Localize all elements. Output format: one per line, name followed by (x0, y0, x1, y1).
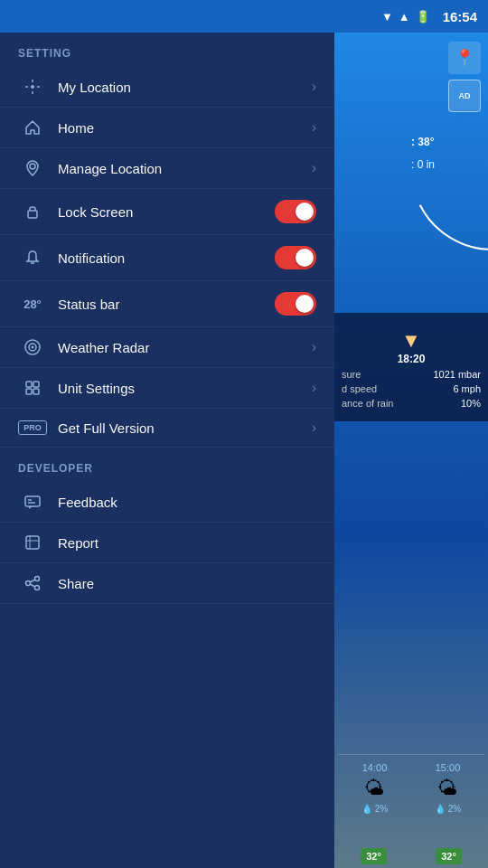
svg-rect-21 (26, 536, 39, 549)
notification-toggle-thumb (296, 249, 314, 267)
svg-line-27 (30, 584, 35, 587)
lock-screen-label: Lock Screen (58, 204, 275, 220)
lock-screen-toggle[interactable] (275, 200, 316, 223)
notification-label: Notification (58, 250, 275, 266)
svg-line-26 (30, 580, 35, 582)
menu-item-manage-location[interactable]: Manage Location › (0, 148, 334, 189)
lock-screen-toggle-thumb (296, 203, 314, 221)
report-label: Report (58, 535, 316, 551)
weather-stats: ▼ 18:20 sure 1021 mbar d speed 6 mph anc… (334, 313, 488, 421)
menu-item-report[interactable]: Report (0, 523, 334, 563)
menu-item-my-location[interactable]: My Location › (0, 67, 334, 108)
battery-icon: 🔋 (416, 10, 430, 24)
status-bar-toggle[interactable] (275, 292, 316, 316)
forecast-15-rain: 💧 2% (435, 804, 461, 814)
forecast-15-icon: 🌤 (437, 777, 457, 800)
status-bar: ▼ ▲ 🔋 16:54 (0, 0, 488, 33)
manage-location-arrow: › (312, 160, 316, 176)
report-icon (18, 533, 47, 552)
wind-value: 6 mph (453, 383, 481, 394)
svg-point-3 (31, 85, 34, 89)
weather-radar-arrow: › (312, 339, 316, 355)
home-arrow: › (312, 119, 316, 136)
share-label: Share (58, 576, 316, 591)
forecast-14-rain: 💧 2% (361, 804, 388, 814)
notification-toggle[interactable] (275, 246, 316, 269)
pressure-value: 1021 mbar (433, 369, 481, 380)
pressure-stat: sure 1021 mbar (342, 369, 481, 380)
unit-settings-arrow: › (312, 380, 316, 396)
svg-rect-9 (28, 211, 37, 218)
status-time: 16:54 (443, 9, 477, 24)
sunset-time: 18:20 (398, 353, 426, 365)
my-location-arrow: › (312, 79, 316, 95)
get-full-version-arrow: › (312, 420, 316, 436)
menu-item-lock-screen[interactable]: Lock Screen (0, 189, 334, 235)
weather-panel: 📍 AD : 38° : 0 in ▼ 18:20 sure 1021 mbar… (334, 33, 488, 868)
menu-item-weather-radar[interactable]: Weather Radar › (0, 327, 334, 368)
weather-radar-label: Weather Radar (58, 340, 312, 355)
share-icon (18, 574, 47, 592)
menu-item-notification[interactable]: Notification (0, 235, 334, 281)
svg-text:: 38°: : 38° (411, 136, 435, 148)
status-bar-label: Status bar (58, 297, 275, 312)
home-label: Home (58, 120, 312, 136)
wifi-icon: ▼ (381, 10, 393, 24)
unit-settings-icon (18, 379, 47, 397)
unit-settings-label: Unit Settings (58, 381, 312, 396)
lock-screen-icon (18, 203, 47, 221)
svg-point-23 (35, 577, 40, 581)
sunset-info: ▼ 18:20 (342, 329, 481, 365)
menu-item-status-bar[interactable]: 28° Status bar (0, 281, 334, 327)
forecast-14: 14:00 🌤 💧 2% (361, 762, 388, 814)
menu-item-share[interactable]: Share (0, 563, 334, 604)
svg-rect-15 (33, 382, 39, 387)
get-full-version-label: Get Full Version (58, 420, 312, 436)
status-icons: ▼ ▲ 🔋 16:54 (381, 9, 477, 24)
get-full-version-icon: PRO (18, 420, 47, 435)
status-bar-toggle-thumb (296, 295, 314, 313)
notification-icon (18, 249, 47, 267)
weather-radar-icon (18, 338, 47, 356)
my-location-label: My Location (58, 80, 312, 95)
home-icon (18, 118, 47, 137)
forecast-14-time: 14:00 (362, 762, 388, 773)
forecast-15: 15:00 🌤 💧 2% (435, 762, 461, 814)
wind-stat: d speed 6 mph (342, 383, 481, 394)
svg-rect-14 (26, 382, 32, 387)
forecast-14-icon: 🌤 (364, 777, 384, 800)
menu-item-unit-settings[interactable]: Unit Settings › (0, 368, 334, 409)
temp-badges: 32° 32° (334, 844, 488, 868)
feedback-label: Feedback (58, 495, 316, 510)
rain-stat: ance of rain 10% (342, 398, 481, 409)
signal-icon: ▲ (399, 10, 410, 24)
menu-item-home[interactable]: Home › (0, 108, 334, 148)
settings-drawer: SETTING My Location › Home › Manage Loca… (0, 33, 334, 868)
svg-text:: 0 in: : 0 in (411, 158, 435, 171)
svg-rect-17 (33, 389, 39, 394)
pressure-label: sure (342, 369, 361, 380)
forecast-15-time: 15:00 (436, 762, 461, 773)
menu-item-feedback[interactable]: Feedback (0, 482, 334, 523)
menu-item-get-full-version[interactable]: PRO Get Full Version › (0, 409, 334, 448)
svg-point-25 (35, 586, 40, 590)
svg-point-24 (26, 581, 31, 586)
rain-value: 10% (461, 398, 481, 409)
location-icon: 📍 (455, 48, 474, 68)
svg-rect-18 (25, 496, 40, 506)
status-bar-item-icon: 28° (18, 297, 47, 311)
wind-label: d speed (342, 383, 377, 394)
feedback-icon (18, 493, 47, 511)
temp-badge-2: 32° (436, 848, 462, 864)
developer-header: DEVELOPER (0, 448, 334, 482)
weather-arc: : 38° : 0 in (393, 69, 488, 268)
forecast-section: 14:00 🌤 💧 2% 15:00 🌤 💧 2% (334, 754, 488, 814)
svg-point-8 (30, 164, 35, 169)
manage-location-icon (18, 159, 47, 177)
temp-badge-1: 32° (361, 848, 387, 864)
forecast-divider (338, 754, 484, 755)
manage-location-label: Manage Location (58, 161, 312, 176)
rain-label: ance of rain (342, 398, 393, 409)
setting-header: SETTING (0, 33, 334, 67)
my-location-icon (18, 78, 47, 96)
